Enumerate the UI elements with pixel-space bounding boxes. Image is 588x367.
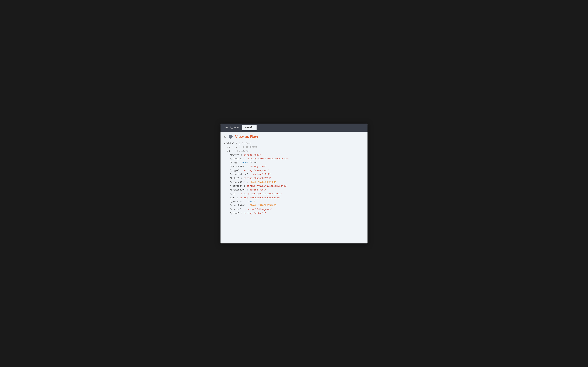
field-id: "id" : string "AW-Lp69JcaLVobCs2bV1" bbox=[224, 196, 364, 200]
tab-result[interactable]: result bbox=[242, 125, 257, 130]
field-startdate: "startDate" : float 1578596654635 bbox=[224, 204, 364, 208]
field-description: "description" : string "LD12" bbox=[224, 173, 364, 176]
root-line: ▼ "data" : [ 2 items bbox=[224, 141, 364, 145]
item0-index: 0 bbox=[229, 145, 230, 149]
content-area: ⊕ 0 View as Raw ▼ "data" : [ 2 items ▶ 0… bbox=[221, 132, 367, 243]
item1-index: 1 bbox=[229, 149, 230, 153]
field-group: "group" : string "default" bbox=[224, 211, 364, 215]
root-key: "data" bbox=[226, 141, 234, 145]
field-owner: "owner" : string "dev" bbox=[224, 153, 364, 157]
field-version: "_version" : int 4 bbox=[224, 200, 364, 204]
main-window: exit_code result ⊕ 0 View as Raw ▼ "data… bbox=[221, 124, 367, 243]
tab-bar: exit_code result bbox=[221, 124, 367, 132]
item0-line: ▶ 0 : { . . .} 16 items bbox=[224, 145, 364, 149]
view-raw-button[interactable]: View as Raw bbox=[235, 134, 258, 139]
field-createdby: "createdBy" : string "dev" bbox=[224, 188, 364, 192]
field-parent: "_parent" : string "AW9hGYN6caLVobCstYq8… bbox=[224, 184, 364, 188]
root-meta: 2 items bbox=[242, 141, 251, 145]
collapse-root[interactable]: ▼ bbox=[224, 142, 225, 145]
tab-exit-code[interactable]: exit_code bbox=[223, 125, 242, 130]
pin-icon[interactable]: ⊕ bbox=[224, 135, 226, 138]
field-status: "status" : string "InProgress" bbox=[224, 208, 364, 211]
item1-line: ▼ 1 : { 18 items bbox=[224, 149, 364, 153]
collapse-item1[interactable]: ▼ bbox=[227, 150, 228, 153]
toolbar: ⊕ 0 View as Raw bbox=[224, 134, 364, 139]
expand-item0[interactable]: ▶ bbox=[227, 146, 228, 149]
field-underscore-id: "_id" : string "AW-Lp69JcaLVobCs2bV1" bbox=[224, 192, 364, 196]
json-viewer: ▼ "data" : [ 2 items ▶ 0 : { . . .} 16 i… bbox=[224, 141, 364, 215]
field-routing: "_routing" : string "AW9hGYN6caLVobCstYq… bbox=[224, 157, 364, 161]
field-createdat: "createdAt" : float 1578596020041 bbox=[224, 180, 364, 184]
field-flag: "flag" : bool false bbox=[224, 161, 364, 165]
field-type: "_type" : string "case_task" bbox=[224, 169, 364, 173]
index-badge: 0 bbox=[229, 135, 233, 139]
field-updatedby: "updatedBy" : string "dev" bbox=[224, 165, 364, 169]
field-title: "title" : string "Rajesh中文1" bbox=[224, 176, 364, 180]
